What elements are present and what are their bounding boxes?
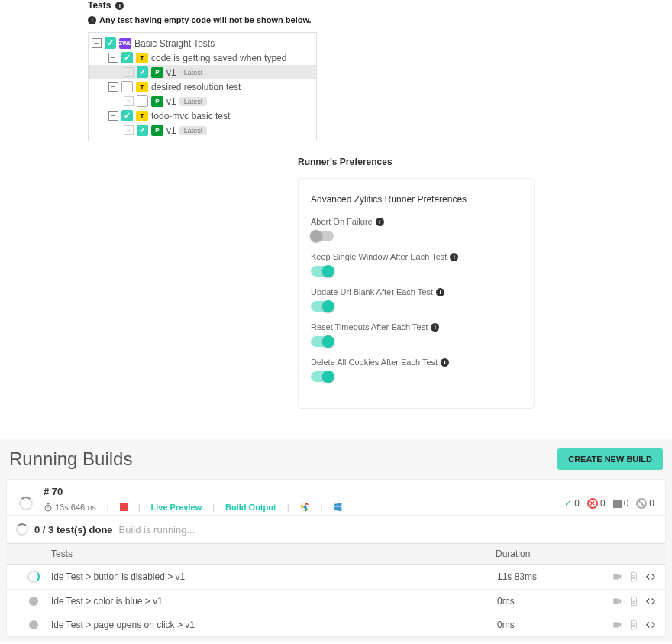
toggle-switch[interactable] <box>311 301 334 312</box>
tree-root[interactable]: − ZWL Basic Straight Tests <box>89 36 316 50</box>
tree-item-label: todo-mvc basic test <box>151 111 230 121</box>
video-icon[interactable] <box>612 620 622 630</box>
preferences-title: Runner's Preferences <box>298 157 535 167</box>
spinner-icon <box>19 497 33 510</box>
test-name: Ide Test > button is disabled > v1 <box>51 571 497 582</box>
tree-item-label: code is getting saved when typed <box>151 53 286 63</box>
checkbox[interactable] <box>137 66 148 78</box>
build-number: # 70 <box>44 486 656 497</box>
windows-icon <box>333 502 343 512</box>
checkbox[interactable] <box>121 81 133 92</box>
pref-option: Abort On Failurei <box>311 217 522 241</box>
latest-badge: Latest <box>179 68 208 77</box>
stop-icon[interactable] <box>120 503 128 511</box>
collapse-icon[interactable]: − <box>108 53 118 63</box>
running-builds-title: Running Builds <box>9 448 132 470</box>
test-row[interactable]: Ide Test > button is disabled > v1 11s 8… <box>7 565 665 590</box>
tree-root-label: Basic Straight Tests <box>134 38 215 49</box>
build-output-link[interactable]: Build Output <box>225 503 276 512</box>
toggle-switch[interactable] <box>311 371 334 382</box>
chrome-icon <box>300 502 310 512</box>
tree-item[interactable]: − T desired resolution test <box>89 79 316 94</box>
info-icon: i <box>88 16 96 24</box>
tests-title: Tests <box>88 0 111 11</box>
column-duration: Duration <box>496 549 656 559</box>
video-icon[interactable] <box>612 571 622 582</box>
test-tag: T <box>136 53 148 63</box>
code-icon[interactable] <box>645 620 656 630</box>
x-icon: × <box>124 67 134 77</box>
pass-count: 0 <box>574 498 580 509</box>
x-icon: × <box>124 96 134 106</box>
build-card: # 70 13s 646ms | | Live Preview | Build … <box>6 479 666 638</box>
x-icon: × <box>124 125 134 135</box>
file-icon[interactable] <box>628 571 639 582</box>
test-row[interactable]: Ide Test > color is blue > v1 0ms <box>7 590 665 613</box>
checkbox[interactable] <box>121 52 133 63</box>
tree-item[interactable]: − T code is getting saved when typed <box>89 50 316 65</box>
stopwatch-icon <box>44 503 53 512</box>
toggle-switch[interactable] <box>311 231 334 241</box>
pending-dot-icon <box>29 597 38 606</box>
tree-version-row[interactable]: × P v1 Latest <box>89 123 316 138</box>
abort-count: 0 <box>649 498 654 509</box>
code-icon[interactable] <box>645 596 656 607</box>
info-icon[interactable]: i <box>376 218 384 226</box>
tree-version-row[interactable]: × P v1 Latest <box>89 94 316 108</box>
forbid-icon <box>636 498 647 509</box>
toggle-switch[interactable] <box>311 266 334 277</box>
tests-panel: Tests i i Any test having empty code wil… <box>0 0 328 157</box>
checkbox[interactable] <box>121 110 133 121</box>
tests-note: Any test having empty code will not be s… <box>99 15 312 24</box>
check-icon: ✓ <box>564 498 572 509</box>
zwl-tag: ZWL <box>119 38 131 49</box>
info-icon[interactable]: i <box>436 288 444 296</box>
info-icon[interactable]: i <box>115 2 124 10</box>
column-tests: Tests <box>51 549 496 559</box>
pref-option: Update Url Blank After Each Testi <box>311 287 522 312</box>
checkbox[interactable] <box>137 95 148 107</box>
running-spinner-icon <box>27 571 40 583</box>
test-duration: 0ms <box>497 620 612 630</box>
file-icon[interactable] <box>628 596 639 607</box>
test-name: Ide Test > page opens on click > v1 <box>51 620 497 630</box>
checkbox[interactable] <box>137 125 148 136</box>
test-tree: − ZWL Basic Straight Tests − T code is g… <box>88 32 317 141</box>
pending-dot-icon <box>29 620 38 629</box>
pref-label: Update Url Blank After Each Test <box>311 287 433 296</box>
running-builds-section: Running Builds CREATE NEW BUILD # 70 13s… <box>0 439 672 641</box>
video-icon[interactable] <box>612 596 622 607</box>
pref-label: Abort On Failure <box>311 217 373 226</box>
create-new-build-button[interactable]: CREATE NEW BUILD <box>557 448 663 470</box>
info-icon[interactable]: i <box>450 253 458 261</box>
pref-label: Delete All Cookies After Each Test <box>311 358 438 367</box>
version-label: v1 <box>166 96 176 107</box>
stop-square-icon <box>613 500 622 508</box>
version-label: v1 <box>166 125 176 136</box>
tree-version-row[interactable]: × P v1 Latest <box>89 65 316 79</box>
tree-item-label: desired resolution test <box>151 82 241 92</box>
info-icon[interactable]: i <box>431 323 439 332</box>
collapse-icon[interactable]: − <box>108 82 118 92</box>
test-row[interactable]: Ide Test > page opens on click > v1 0ms <box>7 613 665 637</box>
info-icon[interactable]: i <box>441 358 449 367</box>
build-running-label: Build is running... <box>119 524 195 536</box>
version-label: v1 <box>166 67 176 78</box>
pref-option: Keep Single Window After Each Testi <box>311 252 522 277</box>
tests-done-label: 0 / 3 test(s) done <box>34 524 113 536</box>
collapse-icon[interactable]: − <box>92 38 102 48</box>
test-duration: 0ms <box>497 596 612 607</box>
preferences-subtitle: Advanced Zylitics Runner Preferences <box>311 194 522 205</box>
test-table-header: Tests Duration <box>7 543 665 565</box>
latest-badge: Latest <box>179 126 208 135</box>
live-preview-link[interactable]: Live Preview <box>151 503 202 512</box>
file-icon[interactable] <box>628 620 639 630</box>
status-counts: ✓0 ✕0 0 0 <box>564 498 654 509</box>
toggle-switch[interactable] <box>311 336 334 347</box>
collapse-icon[interactable]: − <box>108 111 118 121</box>
checkbox[interactable] <box>105 37 116 49</box>
tree-item[interactable]: − T todo-mvc basic test <box>89 108 316 123</box>
test-tag: T <box>136 111 148 121</box>
code-icon[interactable] <box>645 571 656 582</box>
preferences-panel: Runner's Preferences Advanced Zylitics R… <box>298 157 535 409</box>
